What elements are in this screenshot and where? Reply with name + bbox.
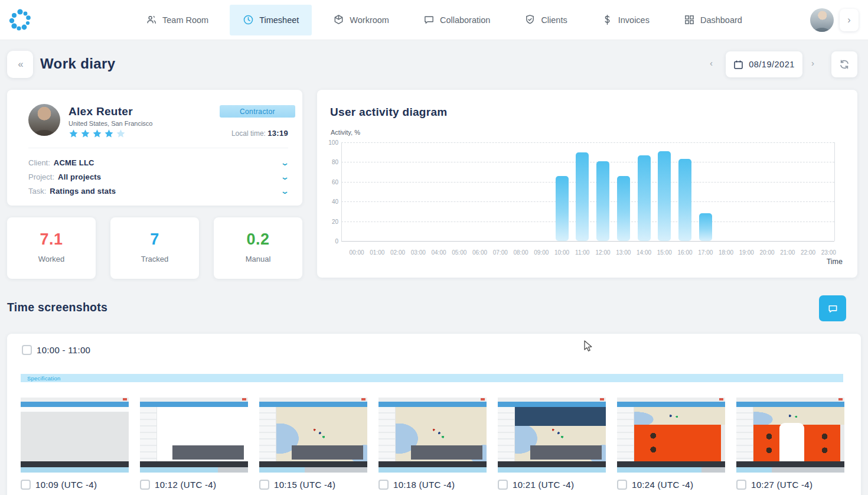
screenshot-thumbnail[interactable] (259, 398, 367, 467)
y-axis-line (341, 142, 342, 241)
screenshot-time-row: 10:27 (UTC -4) (736, 480, 844, 490)
thumb-window-chrome (378, 398, 487, 402)
activity-progress-bar (259, 467, 367, 473)
screenshot-thumbnail[interactable] (498, 398, 606, 467)
activity-progress-bar (140, 467, 248, 473)
group-checkbox[interactable] (22, 345, 32, 355)
screenshot-time-row: 10:21 (UTC -4) (498, 480, 606, 490)
activity-progress-bar (21, 467, 129, 473)
project-select[interactable]: Project: All projects ⌄ (28, 171, 288, 183)
screenshot-thumbnail[interactable] (736, 398, 844, 467)
date-prev-button[interactable]: ‹ (710, 58, 713, 68)
screenshot-checkbox[interactable] (378, 480, 389, 490)
screenshot-checkbox[interactable] (21, 480, 31, 490)
nav-item-timesheet[interactable]: Timesheet (230, 5, 312, 35)
screenshot-checkbox[interactable] (498, 480, 508, 490)
contractor-badge: Contractor (220, 105, 295, 118)
nav-item-dashboard[interactable]: Dashboard (671, 5, 755, 35)
activity-bar[interactable] (556, 176, 569, 241)
local-time-label: Local time: (231, 129, 266, 138)
project-value: All projects (58, 172, 101, 181)
calendar-icon (733, 60, 743, 70)
screenshot-thumbnail[interactable] (21, 398, 129, 467)
thumb-window-chrome (140, 398, 248, 402)
tracked-label: Tracked (110, 255, 199, 263)
user-location: United States, San Francisco (68, 120, 152, 127)
screenshot-tiles: 10:09 (UTC -4) 10:12 (UTC -4) 10:15 (UTC… (21, 398, 844, 490)
y-tick-label: 80 (321, 159, 338, 165)
screenshot-checkbox[interactable] (140, 480, 150, 490)
chat-bubble-icon (423, 14, 435, 25)
activity-bar[interactable] (576, 152, 589, 241)
thumb-close-dot (719, 398, 723, 400)
collapse-back-button[interactable]: ‹‹ (7, 51, 33, 78)
client-select[interactable]: Client: ACME LLC ⌄ (28, 157, 288, 168)
nav-item-invoices[interactable]: Invoices (589, 5, 663, 35)
thumb-window-chrome (21, 398, 129, 402)
screenshot-checkbox[interactable] (259, 480, 269, 490)
activity-bar[interactable] (678, 159, 691, 241)
thumb-close-dot (600, 398, 604, 400)
nav-item-workroom[interactable]: Workroom (320, 5, 402, 35)
worked-value: 7.1 (7, 230, 96, 249)
comment-button[interactable] (819, 295, 846, 321)
chart-x-axis-label: Time (827, 258, 843, 266)
screenshot-tile: 10:15 (UTC -4) (259, 398, 367, 490)
thumb-sidebar (498, 407, 515, 461)
refresh-button[interactable] (831, 51, 857, 77)
nav-item-clients[interactable]: Clients (511, 5, 580, 35)
nav-item-collaboration[interactable]: Collaboration (410, 5, 503, 35)
activity-bar[interactable] (699, 213, 712, 241)
activity-bar[interactable] (658, 151, 671, 241)
star-icon (92, 129, 102, 139)
thumb-close-dot (481, 398, 485, 400)
people-icon (146, 14, 157, 25)
y-tick-label: 60 (321, 179, 338, 185)
screenshot-checkbox[interactable] (736, 480, 746, 490)
nav-item-team-room[interactable]: Team Room (133, 5, 221, 35)
activity-bar[interactable] (617, 176, 630, 241)
nav-expand-button[interactable]: › (840, 9, 859, 31)
screenshot-thumbnail[interactable] (140, 398, 248, 467)
gridline (341, 142, 834, 143)
thumb-window-chrome (736, 398, 844, 402)
worked-label: Worked (7, 255, 96, 263)
tracked-value: 7 (110, 230, 199, 249)
gridline (341, 241, 834, 242)
screenshot-thumbnail[interactable] (617, 398, 725, 467)
thumb-close-dot (242, 398, 246, 400)
thumb-titlebar (259, 402, 367, 407)
local-time: Local time: 13:19 (231, 129, 288, 138)
clock-icon (243, 14, 254, 25)
screenshot-tile: 10:12 (UTC -4) (140, 398, 248, 490)
thumb-close-dot (838, 398, 843, 400)
screenshot-time: 10:27 (UTC -4) (751, 480, 812, 490)
nav-item-label: Dashboard (700, 15, 742, 25)
refresh-icon (838, 58, 850, 70)
screenshot-time: 10:09 (UTC -4) (35, 480, 97, 490)
grid-icon (684, 14, 695, 25)
screenshot-thumbnail[interactable] (378, 398, 487, 467)
local-time-value: 13:19 (267, 129, 288, 138)
activity-bar[interactable] (638, 155, 651, 241)
stat-card-manual: 0.2 Manual (214, 217, 302, 279)
task-select[interactable]: Task: Ratings and stats ⌄ (28, 185, 288, 197)
screenshot-time: 10:21 (UTC -4) (513, 480, 574, 490)
y-tick-label: 20 (321, 219, 338, 225)
screenshot-checkbox[interactable] (617, 480, 627, 490)
stat-card-worked: 7.1 Worked (7, 217, 96, 279)
date-next-button[interactable]: › (811, 58, 814, 68)
dollar-icon (602, 14, 613, 25)
thumb-taskbar (498, 461, 606, 467)
star-icon (104, 129, 114, 139)
thumb-titlebar (736, 402, 844, 407)
screenshot-time: 10:18 (UTC -4) (393, 480, 455, 490)
activity-bar[interactable] (596, 161, 609, 241)
nav-item-label: Collaboration (440, 15, 490, 25)
thumb-titlebar (378, 402, 487, 407)
date-picker[interactable]: 08/19/2021 (726, 51, 802, 77)
app-logo-icon[interactable] (8, 8, 32, 32)
client-value: ACME LLC (54, 158, 94, 167)
user-avatar[interactable] (810, 8, 834, 32)
task-label: Task: (28, 187, 46, 196)
